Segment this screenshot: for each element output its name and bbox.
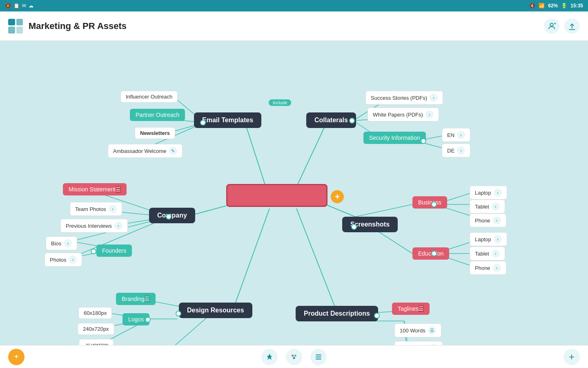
app-icon-sq-2: [16, 19, 23, 26]
node-en[interactable]: EN ›: [442, 128, 470, 142]
battery-icon: 🔋: [561, 3, 567, 9]
svg-line-5: [245, 123, 267, 192]
branding-icon: ☰: [145, 296, 150, 302]
node-bios[interactable]: Bios ›: [46, 236, 77, 250]
connector-collaterals: [349, 118, 355, 123]
time-label: 15:35: [570, 3, 583, 9]
header: Marketing & PR Assets: [0, 11, 588, 41]
svg-point-48: [293, 357, 295, 359]
connector-security: [421, 138, 426, 144]
bottom-center-tools: [261, 349, 327, 365]
words-300-icon: ☰: [429, 344, 437, 345]
connector-product: [374, 313, 380, 319]
node-business[interactable]: Business: [412, 196, 447, 209]
business-phone-arrow: ›: [493, 216, 501, 224]
app-icon-sq-3: [8, 27, 15, 34]
node-taglines[interactable]: Taglines ☰: [392, 303, 430, 315]
ambassador-welcome-icon: ✎: [169, 147, 177, 155]
cloud-icon: ☁: [29, 3, 33, 9]
svg-line-27: [355, 204, 412, 217]
node-business-laptop[interactable]: Laptop ›: [470, 186, 507, 200]
bottom-add-button[interactable]: +: [8, 349, 24, 365]
connector-screenshots: [351, 224, 357, 230]
education-tablet-arrow: ›: [492, 249, 500, 258]
white-papers-arrow: ›: [425, 110, 434, 119]
svg-point-47: [294, 355, 296, 357]
svg-line-9: [235, 209, 270, 305]
upload-button[interactable]: [564, 18, 580, 34]
app-icon: [8, 19, 23, 34]
node-screenshots[interactable]: Screenshots: [342, 217, 398, 232]
prev-interviews-arrow: ›: [114, 222, 122, 230]
color-button[interactable]: [286, 349, 302, 365]
svg-point-46: [292, 355, 294, 357]
bottom-right-plus-button[interactable]: +: [564, 349, 580, 365]
en-arrow: ›: [457, 131, 465, 139]
bottom-toolbar: + +: [0, 345, 588, 368]
node-education-phone[interactable]: Phone ›: [470, 261, 506, 275]
words-100-icon: ☰: [428, 326, 436, 334]
node-de[interactable]: DE ›: [442, 144, 470, 157]
connector-founders: [91, 249, 96, 254]
node-words-300[interactable]: 300 Words ☰: [394, 341, 443, 345]
node-success-stories[interactable]: Success Stories (PDFs) ›: [365, 91, 443, 105]
app-icon-sq-4: [16, 27, 23, 34]
photos-arrow: ›: [69, 256, 77, 264]
header-right: [544, 18, 580, 34]
node-branding[interactable]: Branding ☰: [116, 293, 156, 305]
central-node[interactable]: [226, 184, 327, 207]
node-security-information[interactable]: Security Information: [363, 132, 426, 144]
node-company[interactable]: Company: [149, 208, 195, 223]
taglines-icon: ☰: [419, 305, 424, 312]
node-business-phone[interactable]: Phone ›: [470, 213, 506, 227]
success-stories-arrow: ›: [430, 94, 438, 102]
node-white-papers[interactable]: White Papers (PDFs) ›: [368, 108, 439, 121]
node-education-tablet[interactable]: Tablet ›: [470, 247, 505, 260]
node-design-resources[interactable]: Design Resources: [179, 303, 252, 318]
node-previous-interviews[interactable]: Previous Interviews ›: [60, 219, 128, 233]
node-words-100[interactable]: 100 Words ☰: [394, 323, 441, 337]
node-business-tablet[interactable]: Tablet ›: [470, 200, 505, 213]
svg-point-0: [550, 23, 553, 26]
add-person-button[interactable]: [544, 18, 559, 34]
include-label: Include: [269, 99, 291, 106]
node-mission-statement[interactable]: Mission Statement ☰: [63, 183, 127, 195]
connector-logos: [145, 317, 151, 323]
app-title: Marketing & PR Assets: [29, 21, 127, 31]
de-arrow: ›: [457, 146, 465, 155]
status-bar: 🔕 📋 ✉ ☁ 🔇 📶 62% 🔋 15:35: [0, 0, 588, 11]
header-left: Marketing & PR Assets: [8, 19, 127, 34]
status-left: 🔕 📋 ✉ ☁: [5, 3, 33, 9]
node-photos[interactable]: Photos ›: [45, 253, 82, 267]
node-logo-ai[interactable]: .ai version: [79, 339, 114, 345]
education-laptop-arrow: ›: [494, 235, 502, 243]
node-logo-240[interactable]: 240x720px: [78, 323, 114, 335]
mission-statement-icon: ☰: [116, 186, 121, 193]
pin-button[interactable]: [261, 349, 278, 365]
node-influencer-outreach[interactable]: Influencer Outreach: [120, 91, 178, 103]
team-photos-arrow: ›: [109, 205, 117, 213]
svg-line-6: [294, 127, 325, 192]
bios-arrow: ›: [64, 239, 72, 247]
node-logo-60[interactable]: 60x180px: [78, 307, 112, 319]
node-ambassador-welcome[interactable]: Ambassador Welcome ✎: [108, 144, 183, 158]
node-education-laptop[interactable]: Laptop ›: [470, 232, 507, 246]
menu-button[interactable]: [310, 349, 327, 365]
node-product-descriptions[interactable]: Product Descriptions: [296, 306, 378, 321]
node-partner-outreach[interactable]: Partner Outreach: [130, 109, 185, 121]
mindmap-canvas: + Email Templates Include Influencer Out…: [0, 41, 588, 345]
svg-line-10: [296, 209, 335, 307]
add-branch-button[interactable]: +: [331, 190, 344, 203]
notification-off-icon: 🔕: [5, 3, 11, 9]
business-laptop-arrow: ›: [494, 188, 502, 197]
connector-business: [431, 202, 437, 207]
connector-design: [176, 311, 181, 316]
node-founders[interactable]: Founders: [96, 245, 132, 257]
node-collaterals[interactable]: Collaterals: [306, 112, 356, 128]
screen-icon: 📋: [13, 3, 20, 9]
mute-icon: 🔇: [529, 3, 535, 9]
node-team-photos[interactable]: Team Photos ›: [70, 202, 122, 216]
node-newsletters[interactable]: Newsletters: [135, 127, 175, 139]
battery-label: 62%: [548, 3, 558, 9]
mail-icon: ✉: [22, 3, 26, 9]
